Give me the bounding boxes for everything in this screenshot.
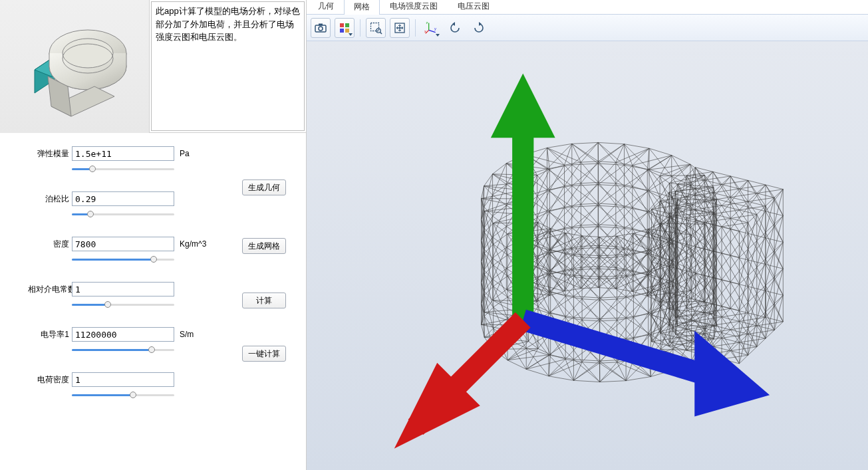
screenshot-button[interactable] [311, 18, 331, 38]
param-conductivity-label: 电导率1 [28, 329, 72, 340]
description-box: 此app计算了模型的电场分析，对绿色部分加了外加电荷，并且分析了电场强度云图和电… [151, 1, 305, 131]
param-poisson-input[interactable] [72, 191, 174, 206]
parameters-area: 弹性模量 Pa 泊松比 密度 [0, 133, 306, 470]
svg-point-4 [63, 39, 113, 68]
param-charge-input[interactable] [72, 372, 174, 387]
svg-marker-2199 [694, 330, 770, 416]
rotate-cw-icon [472, 21, 486, 35]
rotate-cw-button[interactable] [469, 18, 489, 38]
param-permittivity-label: 相对介电常数 [28, 284, 72, 295]
tab-geometry[interactable]: 几何 [308, 0, 344, 14]
svg-rect-13 [340, 29, 344, 33]
dropdown-caret-icon [349, 33, 353, 36]
svg-rect-10 [319, 23, 323, 25]
view-triad-icon [307, 41, 868, 470]
param-conductivity-unit: S/m [174, 330, 194, 339]
svg-rect-14 [345, 29, 349, 33]
param-charge: 电荷密度 [8, 372, 298, 387]
compute-button[interactable]: 计算 [242, 293, 286, 308]
param-elastic-input[interactable] [72, 146, 174, 161]
toolbar-separator [415, 19, 416, 37]
param-permittivity-input[interactable] [72, 282, 174, 296]
generate-mesh-button[interactable]: 生成网格 [242, 238, 286, 254]
param-conductivity-slider[interactable] [72, 346, 174, 354]
svg-line-17 [380, 32, 382, 34]
param-charge-slider-row [8, 391, 298, 399]
svg-text:z: z [426, 21, 428, 25]
left-panel: 此app计算了模型的电场分析，对绿色部分加了外加电荷，并且分析了电场强度云图和电… [0, 0, 306, 470]
param-density-unit: Kg/m^3 [174, 239, 206, 249]
param-conductivity-input[interactable] [72, 327, 174, 342]
camera-icon [314, 21, 327, 35]
param-elastic-slider-row [8, 165, 298, 173]
svg-text:x: x [424, 29, 426, 33]
view-tabbar: 几何 网格 电场强度云图 电压云图 [307, 0, 868, 15]
param-poisson-slider[interactable] [72, 210, 174, 218]
tab-voltage[interactable]: 电压云图 [448, 0, 500, 14]
tab-efield[interactable]: 电场强度云图 [380, 0, 448, 14]
description-text: 此app计算了模型的电场分析，对绿色部分加了外加电荷，并且分析了电场强度云图和电… [156, 6, 300, 42]
model-thumbnail [0, 0, 150, 133]
rotate-ccw-button[interactable] [445, 18, 465, 38]
layers-button[interactable] [335, 18, 355, 38]
zoom-extents-icon [393, 21, 406, 35]
rotate-ccw-icon [448, 21, 462, 35]
param-charge-label: 电荷密度 [28, 374, 72, 386]
param-elastic-slider[interactable] [72, 165, 174, 173]
axes-icon: z y x [424, 21, 438, 35]
param-poisson-slider-row [8, 210, 298, 218]
axes-triad-button[interactable]: z y x [421, 18, 441, 38]
graphics-toolbar: z y x [307, 15, 868, 41]
tab-mesh[interactable]: 网格 [344, 0, 380, 15]
svg-point-9 [319, 27, 323, 31]
zoom-box-icon [369, 21, 382, 35]
param-elastic-label: 弹性模量 [28, 148, 72, 160]
thumbnail-svg [8, 7, 141, 126]
svg-rect-11 [340, 23, 344, 27]
param-poisson-label: 泊松比 [28, 193, 72, 205]
top-row: 此app计算了模型的电场分析，对绿色部分加了外加电荷，并且分析了电场强度云图和电… [0, 0, 306, 133]
toolbar-separator [360, 19, 361, 37]
svg-rect-12 [345, 23, 349, 27]
param-density-input[interactable] [72, 237, 174, 251]
graphics-canvas[interactable] [307, 41, 868, 470]
param-density-slider[interactable] [72, 255, 174, 263]
param-charge-slider[interactable] [72, 391, 174, 399]
layers-icon [338, 21, 351, 35]
param-conductivity: 电导率1 S/m [8, 327, 298, 342]
param-elastic: 弹性模量 Pa [8, 146, 298, 161]
generate-geometry-button[interactable]: 生成几何 [242, 179, 286, 195]
svg-rect-15 [371, 23, 379, 31]
param-density-label: 密度 [28, 239, 72, 250]
param-elastic-unit: Pa [174, 149, 190, 158]
zoom-box-button[interactable] [366, 18, 386, 38]
graphics-panel: 几何 网格 电场强度云图 电压云图 z y x [306, 0, 868, 470]
zoom-extents-button[interactable] [390, 18, 410, 38]
one-click-compute-button[interactable]: 一键计算 [242, 346, 286, 362]
svg-text:y: y [434, 27, 436, 31]
dropdown-caret-icon [436, 34, 440, 37]
svg-marker-2197 [491, 73, 555, 138]
param-permittivity-slider[interactable] [72, 300, 174, 308]
param-density-slider-row [8, 255, 298, 263]
